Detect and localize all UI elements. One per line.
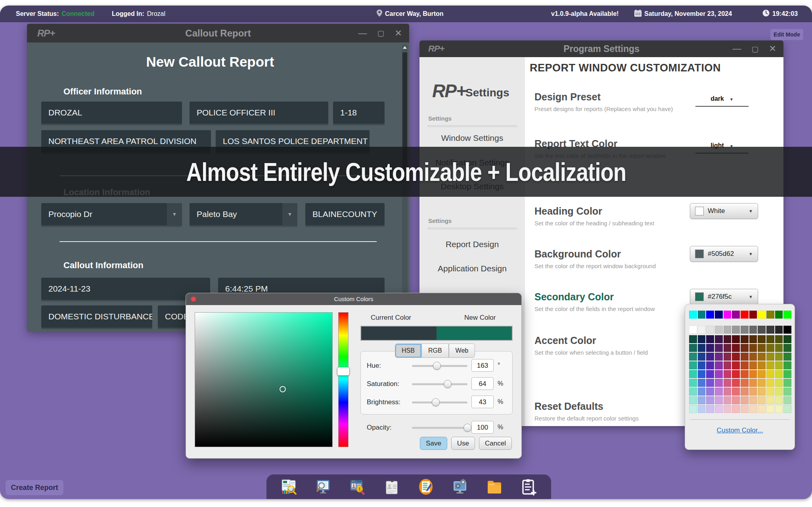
palette-swatch[interactable] [766,311,774,319]
palette-swatch[interactable] [775,388,783,396]
palette-swatch[interactable] [689,379,697,387]
palette-swatch[interactable] [715,388,723,396]
cancel-button[interactable]: Cancel [479,437,512,450]
palette-swatch[interactable] [732,388,740,396]
palette-swatch[interactable] [766,335,774,343]
palette-swatch[interactable] [698,370,706,378]
palette-swatch[interactable] [749,344,757,352]
brightness-slider[interactable] [412,401,467,403]
background-color-dropdown[interactable]: #505d62 ▼ [690,246,758,262]
palette-swatch[interactable] [732,353,740,361]
palette-swatch[interactable] [758,361,766,369]
palette-swatch[interactable] [715,353,723,361]
slider-thumb[interactable] [463,424,471,432]
sidebar-item-report-design[interactable]: Report Design [419,240,525,249]
palette-swatch[interactable] [724,361,732,369]
palette-swatch[interactable] [741,326,749,334]
palette-swatch[interactable] [741,405,749,413]
system-settings-icon[interactable] [451,478,469,496]
palette-swatch[interactable] [724,370,732,378]
create-report-button[interactable]: Create Report [6,480,63,495]
palette-swatch[interactable] [724,379,732,387]
palette-swatch[interactable] [706,344,714,352]
callout-date-field[interactable]: 2024-11-23 [41,278,210,300]
palette-swatch[interactable] [758,335,766,343]
palette-swatch[interactable] [715,396,723,404]
palette-swatch[interactable] [775,344,783,352]
palette-swatch[interactable] [783,379,791,387]
saturation-value-input[interactable]: 64 [471,377,494,390]
palette-swatch[interactable] [783,396,791,404]
callout-titlebar[interactable]: RP+ Callout Report — ▢ ✕ [27,24,409,42]
maximize-icon[interactable]: ▢ [752,45,759,53]
screen-search-icon[interactable] [314,478,332,496]
saturation-slider[interactable] [412,383,467,385]
palette-swatch[interactable] [706,396,714,404]
palette-swatch[interactable] [689,335,697,343]
palette-swatch[interactable] [732,311,740,319]
palette-swatch[interactable] [749,405,757,413]
design-preset-combobox[interactable]: dark▼ [695,95,749,107]
palette-swatch[interactable] [758,311,766,319]
callout-type-field[interactable]: DOMESTIC DISTURBANCE [41,305,152,328]
palette-swatch[interactable] [749,379,757,387]
palette-swatch[interactable] [741,379,749,387]
palette-swatch[interactable] [749,361,757,369]
palette-swatch[interactable] [732,405,740,413]
palette-swatch[interactable] [783,344,791,352]
palette-swatch[interactable] [775,353,783,361]
hue-slider-thumb[interactable] [337,367,350,376]
palette-swatch[interactable] [698,405,706,413]
new-report-icon[interactable] [519,478,538,496]
palette-swatch[interactable] [783,405,791,413]
close-icon[interactable]: ✕ [395,29,402,38]
palette-swatch[interactable] [775,311,783,319]
palette-swatch[interactable] [732,344,740,352]
dialog-titlebar[interactable]: Custom Colors [186,293,521,305]
palette-swatch[interactable] [706,405,714,413]
palette-swatch[interactable] [724,388,732,396]
palette-swatch[interactable] [689,370,697,378]
palette-swatch[interactable] [758,388,766,396]
palette-swatch[interactable] [741,388,749,396]
palette-swatch[interactable] [706,379,714,387]
palette-swatch[interactable] [698,326,706,334]
palette-swatch[interactable] [783,370,791,378]
minimize-icon[interactable]: — [733,44,741,53]
edit-mode-button[interactable]: Edit Mode [770,29,803,40]
palette-swatch[interactable] [775,379,783,387]
chevron-down-icon[interactable]: ▼ [167,203,182,225]
folder-icon[interactable] [485,478,504,496]
palette-swatch[interactable] [741,370,749,378]
palette-swatch[interactable] [706,326,714,334]
palette-swatch[interactable] [732,326,740,334]
palette-swatch[interactable] [689,388,697,396]
palette-swatch[interactable] [749,335,757,343]
palette-swatch[interactable] [749,388,757,396]
palette-swatch[interactable] [689,344,697,352]
palette-swatch[interactable] [698,388,706,396]
id-lookup-icon[interactable]: ! [349,478,367,496]
opacity-value-input[interactable]: 100 [471,421,494,434]
palette-swatch[interactable] [732,335,740,343]
palette-swatch[interactable] [741,361,749,369]
palette-swatch[interactable] [775,335,783,343]
palette-swatch[interactable] [758,405,766,413]
palette-swatch[interactable] [766,353,774,361]
palette-swatch[interactable] [775,326,783,334]
palette-swatch[interactable] [689,405,697,413]
palette-swatch[interactable] [749,370,757,378]
slider-thumb[interactable] [433,362,441,370]
palette-swatch[interactable] [706,361,714,369]
palette-swatch[interactable] [775,396,783,404]
palette-swatch[interactable] [741,335,749,343]
palette-swatch[interactable] [706,370,714,378]
hue-value-slider[interactable] [412,365,467,367]
palette-swatch[interactable] [698,353,706,361]
tab-web[interactable]: Web [449,344,475,358]
slider-thumb[interactable] [432,398,440,406]
location-county-field[interactable]: BLAINECOUNTY [305,203,385,225]
palette-swatch[interactable] [689,396,697,404]
location-area-dropdown[interactable]: Paleto Bay ▼ [190,203,297,225]
setting-reset-defaults-title[interactable]: Reset Defaults [534,401,603,412]
